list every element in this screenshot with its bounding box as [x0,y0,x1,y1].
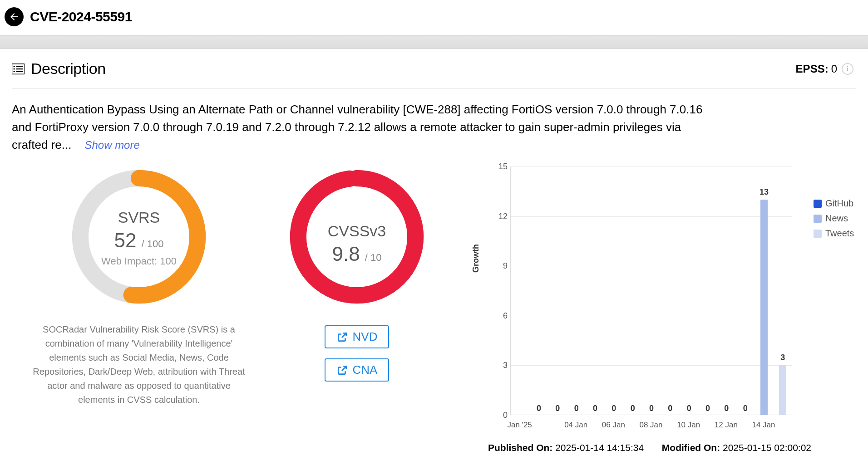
svrs-label: SVRS [118,209,160,226]
info-icon[interactable]: i [842,63,853,75]
legend-label-github: GitHub [825,198,853,209]
legend-label-news: News [825,213,848,224]
svg-rect-1 [14,66,15,67]
y-tick-label: 9 [494,261,508,271]
chart-bar [779,365,786,415]
legend-swatch-github [814,200,822,208]
nvd-link-button[interactable]: NVD [325,325,390,348]
svg-rect-2 [16,66,23,67]
list-icon [12,64,25,74]
bar-value-label: 0 [743,404,748,413]
cna-link-button[interactable]: CNA [325,358,390,382]
x-tick-label: 08 Jan [639,421,662,430]
y-tick-label: 6 [494,311,508,320]
bar-value-label: 0 [574,404,579,413]
epss-score: EPSS: 0 i [796,63,856,75]
svrs-description: SOCRadar Vulnerability Risk Score (SVRS)… [21,323,257,407]
bar-value-label: 0 [687,404,691,413]
back-button[interactable] [5,7,24,26]
bar-value-label: 0 [705,404,710,413]
cvss-value: 9.8 [332,243,360,265]
modified-value: 2025-01-15 02:00:02 [723,442,811,453]
y-tick-label: 15 [494,162,508,171]
nvd-link-label: NVD [353,330,378,344]
x-tick-label: 12 Jan [715,421,738,430]
epss-value: 0 [831,63,837,75]
bar-value-label: 0 [612,404,616,413]
legend-label-tweets: Tweets [825,228,854,239]
description-heading: Description [31,60,106,78]
chart-bar [760,200,768,415]
bar-value-label: 0 [537,404,541,413]
external-link-icon [336,331,348,343]
x-tick-label: 06 Jan [602,421,625,430]
legend-swatch-news [814,215,822,223]
chart-timestamps: Published On: 2025-01-14 14:15:34 Modifi… [457,442,843,453]
growth-chart: Growth 000000000000133 GitHub News Tweet… [457,166,856,453]
published-label: Published On: [488,442,552,453]
web-impact-label: Web Impact: [101,255,157,267]
legend-swatch-tweets [814,230,822,238]
cve-id-title: CVE-2024-55591 [30,9,132,24]
svrs-donut: SVRS 52 / 100 Web Impact: 100 [69,166,209,309]
bar-value-label: 0 [555,404,560,413]
bar-value-label: 0 [649,404,654,413]
published-value: 2025-01-14 14:15:34 [555,442,644,453]
bar-value-label: 0 [724,404,729,413]
svg-rect-3 [14,68,15,69]
x-tick-label: 04 Jan [564,421,587,430]
web-impact-value: 100 [160,255,177,267]
cna-link-label: CNA [353,363,378,377]
epss-label: EPSS: [796,63,829,75]
chart-legend: GitHub News Tweets [814,198,854,243]
svg-rect-6 [16,71,23,72]
external-link-icon [336,364,348,376]
svg-rect-4 [16,68,23,69]
bar-value-label: 0 [593,404,597,413]
svrs-value: 52 [114,229,136,251]
svrs-max: / 100 [142,238,164,250]
bar-value-label: 0 [668,404,672,413]
cvss-max: / 10 [365,252,382,263]
chart-y-axis-label: Growth [471,244,481,273]
cvss-donut: CVSSv3 9.8 / 10 [286,166,427,309]
arrow-left-icon [9,11,20,22]
y-tick-label: 0 [494,411,508,420]
y-tick-label: 3 [494,361,508,370]
bar-value-label: 13 [760,187,769,197]
svg-rect-5 [14,71,15,72]
bar-value-label: 3 [780,353,785,362]
modified-label: Modified On: [662,442,720,453]
x-tick-label: 14 Jan [752,421,775,430]
x-tick-label: 10 Jan [677,421,700,430]
divider-strip [0,35,868,49]
show-more-link[interactable]: Show more [84,139,139,151]
x-tick-label: Jan '25 [508,421,532,430]
cvss-label: CVSSv3 [328,222,386,240]
y-tick-label: 12 [494,211,508,221]
bar-value-label: 0 [631,404,635,413]
